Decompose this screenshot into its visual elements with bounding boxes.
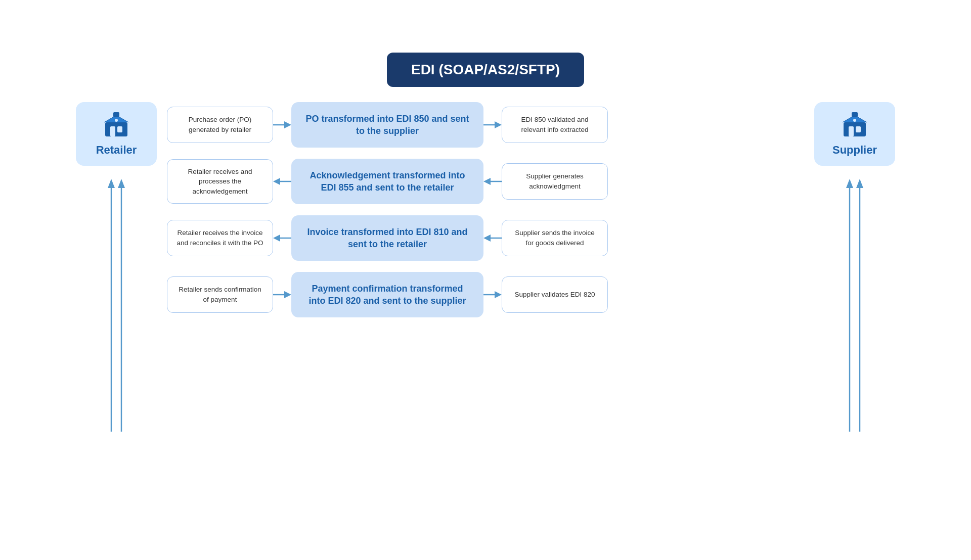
svg-marker-24: [495, 291, 502, 298]
flow3-arrow-left2: [483, 232, 502, 244]
svg-rect-27: [856, 126, 861, 132]
svg-rect-25: [844, 122, 866, 136]
flow3-right-step: Supplier sends the invoice for goods del…: [502, 220, 608, 256]
supplier-vertical-arrows: [840, 174, 870, 437]
svg-rect-1: [110, 126, 115, 136]
svg-marker-12: [495, 121, 502, 128]
supplier-label: Supplier: [832, 144, 877, 157]
flow4-left-step: Retailer sends confirmation of payment: [167, 276, 273, 313]
svg-marker-33: [856, 179, 863, 188]
flow2-left-step: Retailer receives and processes the ackn…: [167, 159, 273, 204]
diagram-container: EDI (SOAP/AS2/SFTP) Retailer: [56, 53, 915, 507]
flow1-arrow-right2: [483, 119, 502, 131]
flow1-right-step: EDI 850 validated and relevant info extr…: [502, 107, 608, 143]
flow4-arrow-right: [273, 289, 291, 301]
flow-row-1: Purchase order (PO) generated by retaile…: [167, 102, 804, 148]
flow1-center-box: PO transformed into EDI 850 and sent to …: [291, 102, 483, 148]
svg-rect-2: [117, 126, 122, 132]
svg-marker-16: [483, 178, 491, 185]
svg-marker-22: [284, 291, 291, 298]
svg-marker-10: [284, 121, 291, 128]
supplier-actor-box: Supplier: [814, 102, 895, 166]
flows-center: Purchase order (PO) generated by retaile…: [167, 102, 804, 317]
flow4-right-step: Supplier validates EDI 820: [502, 276, 608, 313]
svg-marker-8: [118, 179, 125, 188]
retailer-label: Retailer: [96, 144, 137, 157]
svg-marker-31: [846, 179, 853, 188]
retailer-actor-box: Retailer: [76, 102, 157, 166]
flow2-center-box: Acknowledgement transformed into EDI 855…: [291, 159, 483, 204]
flow-row-2: Retailer receives and processes the ackn…: [167, 159, 804, 204]
svg-marker-14: [273, 178, 280, 185]
svg-marker-20: [483, 235, 491, 242]
svg-rect-0: [105, 122, 127, 136]
edi-header: EDI (SOAP/AS2/SFTP): [387, 53, 584, 87]
flow3-left-step: Retailer receives the invoice and reconc…: [167, 220, 273, 256]
flow2-arrow-left: [273, 175, 291, 188]
svg-point-29: [853, 119, 856, 122]
flow3-center-box: Invoice transformed into EDI 810 and sen…: [291, 215, 483, 261]
flow2-right-step: Supplier generates acknowledgment: [502, 163, 608, 200]
flow1-left-step: Purchase order (PO) generated by retaile…: [167, 107, 273, 143]
svg-marker-6: [108, 179, 115, 188]
flow1-arrow-right: [273, 119, 291, 131]
svg-marker-18: [273, 235, 280, 242]
svg-rect-26: [849, 126, 854, 136]
retailer-vertical-arrows: [101, 174, 131, 437]
flow2-arrow-left2: [483, 175, 502, 188]
retailer-store-icon: [102, 111, 130, 139]
flow-row-4: Retailer sends confirmation of payment P…: [167, 272, 804, 317]
edi-header-title: EDI (SOAP/AS2/SFTP): [411, 62, 560, 77]
flow4-center-box: Payment confirmation transformed into ED…: [291, 272, 483, 317]
flow3-arrow-left: [273, 232, 291, 244]
flow-row-3: Retailer receives the invoice and reconc…: [167, 215, 804, 261]
flow4-arrow-right2: [483, 289, 502, 301]
supplier-store-icon: [841, 111, 869, 139]
svg-point-4: [115, 119, 118, 122]
svg-rect-28: [852, 112, 858, 117]
svg-rect-3: [113, 112, 119, 117]
